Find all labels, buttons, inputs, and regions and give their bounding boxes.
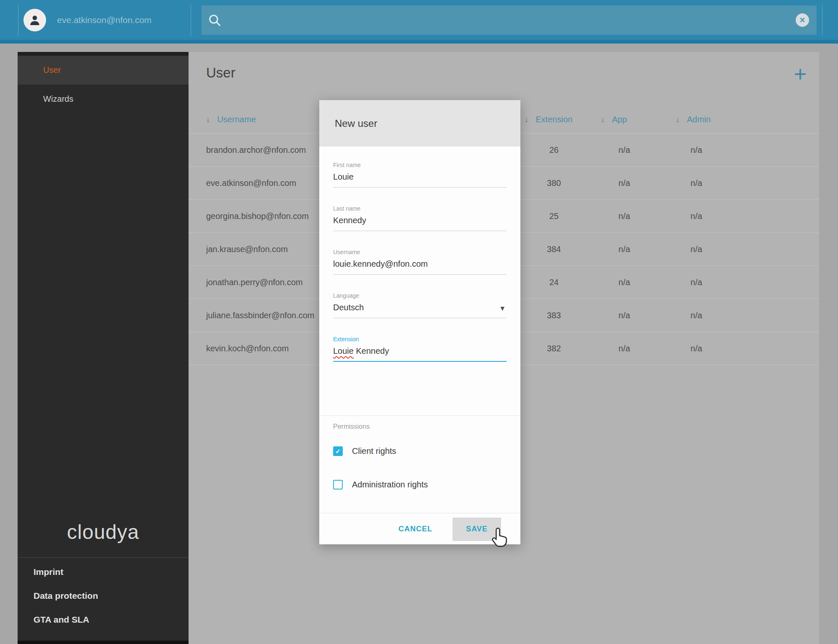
user-avatar-icon <box>23 9 46 31</box>
field-language: LanguageDeutsch▼ <box>333 292 507 318</box>
footer-link-gta-and-sla[interactable]: GTA and SLA <box>18 608 189 631</box>
search-bar[interactable]: × <box>202 5 817 35</box>
topbar-divider <box>822 4 822 36</box>
cell-username: jonathan.perry@nfon.com <box>206 266 303 299</box>
add-user-button[interactable]: + <box>788 62 813 87</box>
cell-app: n/a <box>593 299 656 332</box>
checkbox-label: Client rights <box>352 446 396 456</box>
misspelled-text: Louie <box>333 346 354 355</box>
cell-app: n/a <box>593 167 656 199</box>
field-input[interactable]: Kennedy <box>333 216 507 231</box>
column-label: Admin <box>687 115 711 124</box>
account-button[interactable]: eve.atkinson@nfon.com <box>23 0 152 40</box>
field-input[interactable]: louie.kennedy@nfon.com <box>333 259 507 275</box>
cell-username: jan.krause@nfon.com <box>206 233 288 265</box>
cell-extension: 24 <box>522 266 585 299</box>
cell-username: kevin.koch@nfon.com <box>206 332 289 365</box>
modal-title: New user <box>319 100 520 147</box>
cell-extension: 380 <box>522 167 585 199</box>
sidebar-footer-links: ImprintData protectionGTA and SLA <box>18 560 189 631</box>
sidebar-nav: UserWizards <box>18 56 189 113</box>
column-header-admin[interactable]: ↓Admin <box>676 106 711 133</box>
column-header-app[interactable]: ↓App <box>601 106 627 133</box>
cell-app: n/a <box>593 266 656 299</box>
sort-down-icon: ↓ <box>676 115 680 124</box>
cell-extension: 382 <box>522 332 585 365</box>
dropdown-caret-icon: ▼ <box>499 305 506 312</box>
new-user-modal: New user First nameLouieLast nameKennedy… <box>319 100 520 544</box>
column-label: Username <box>217 115 256 124</box>
field-label: First name <box>333 162 507 168</box>
clear-search-button[interactable]: × <box>796 13 809 27</box>
cell-username: juliane.fassbinder@nfon.com <box>206 299 314 332</box>
footer-link-imprint[interactable]: Imprint <box>18 560 189 584</box>
permissions-checkboxes: ✓Client rightsAdministration rights <box>333 442 507 509</box>
sidebar: UserWizards cloudya ImprintData protecti… <box>18 52 189 644</box>
cell-username: georgina.bishop@nfon.com <box>206 200 309 232</box>
account-email: eve.atkinson@nfon.com <box>57 15 152 25</box>
field-first-name: First nameLouie <box>333 162 507 188</box>
field-input[interactable]: Louie Kennedy <box>333 346 507 362</box>
modal-footer: CANCEL SAVE <box>319 513 520 545</box>
field-label: Extension <box>333 336 507 343</box>
cell-app: n/a <box>593 233 656 265</box>
field-username: Usernamelouie.kennedy@nfon.com <box>333 249 507 275</box>
page-title: User <box>206 64 235 82</box>
checkbox-checked-icon[interactable]: ✓ <box>333 446 343 456</box>
cell-admin: n/a <box>665 266 728 299</box>
column-label: Extension <box>536 115 573 124</box>
topbar: eve.atkinson@nfon.com × <box>0 0 838 44</box>
sidebar-bottom-strip <box>18 641 189 644</box>
modal-section-divider <box>319 415 520 416</box>
cancel-button[interactable]: CANCEL <box>396 524 435 534</box>
permissions-section-label: Permissions <box>333 423 370 430</box>
cell-extension: 26 <box>522 134 585 166</box>
column-header-extension[interactable]: ↓Extension <box>525 106 572 133</box>
sort-down-icon: ↓ <box>206 115 210 124</box>
sort-down-icon: ↓ <box>601 115 605 124</box>
field-input[interactable]: Louie <box>333 172 507 188</box>
field-label: Username <box>333 249 507 255</box>
field-label: Last name <box>333 205 507 212</box>
sidebar-divider <box>18 557 189 558</box>
checkbox-unchecked-icon[interactable] <box>333 480 343 489</box>
cell-username: brandon.archor@nfon.com <box>206 134 306 166</box>
sidebar-top-strip <box>18 52 189 56</box>
checkbox-label: Administration rights <box>352 480 428 489</box>
cell-admin: n/a <box>665 167 728 199</box>
clear-icon: × <box>800 15 805 25</box>
sidebar-item-user[interactable]: User <box>18 56 189 85</box>
cell-admin: n/a <box>665 332 728 365</box>
sort-down-icon: ↓ <box>525 115 529 124</box>
field-select[interactable]: Deutsch▼ <box>333 303 507 318</box>
topbar-divider <box>18 4 18 36</box>
cell-extension: 25 <box>522 200 585 232</box>
cell-app: n/a <box>593 200 656 232</box>
field-label: Language <box>333 292 507 299</box>
cell-extension: 383 <box>522 299 585 332</box>
cell-extension: 384 <box>522 233 585 265</box>
save-button[interactable]: SAVE <box>453 518 501 541</box>
checkbox-row-administration-rights[interactable]: Administration rights <box>333 475 507 494</box>
plus-icon: + <box>794 62 807 87</box>
sidebar-item-wizards[interactable]: Wizards <box>18 85 189 113</box>
search-input[interactable] <box>228 14 796 26</box>
footer-link-data-protection[interactable]: Data protection <box>18 584 189 608</box>
column-header-username[interactable]: ↓Username <box>206 106 256 133</box>
cell-admin: n/a <box>665 299 728 332</box>
cell-admin: n/a <box>665 233 728 265</box>
topbar-divider <box>191 4 191 36</box>
checkbox-row-client-rights[interactable]: ✓Client rights <box>333 442 507 461</box>
cell-app: n/a <box>593 332 656 365</box>
cloudya-logo: cloudya <box>18 519 189 545</box>
cell-admin: n/a <box>665 200 728 232</box>
column-label: App <box>612 115 627 124</box>
field-last-name: Last nameKennedy <box>333 205 507 231</box>
field-extension: ExtensionLouie Kennedy <box>333 336 507 362</box>
cell-admin: n/a <box>665 134 728 166</box>
search-icon <box>207 13 222 27</box>
cell-username: eve.atkinson@nfon.com <box>206 167 296 199</box>
cell-app: n/a <box>593 134 656 166</box>
